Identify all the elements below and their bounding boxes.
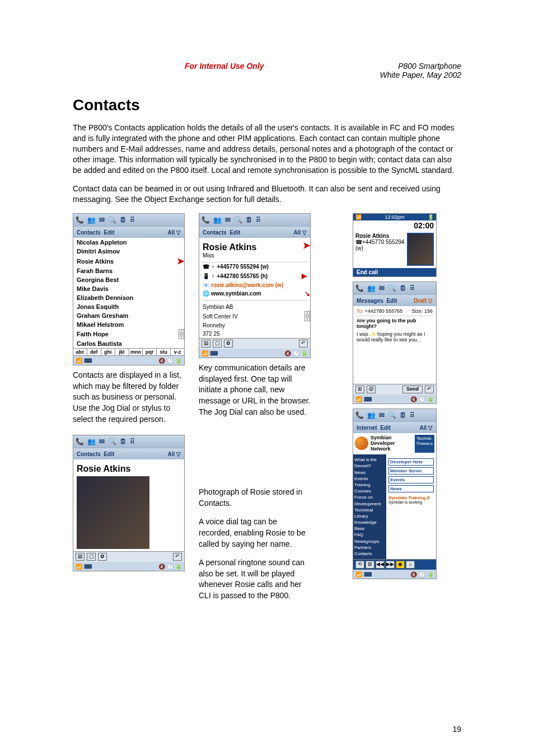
battery-icon: 🔋 bbox=[428, 214, 434, 220]
list-item[interactable]: Graham Gresham bbox=[73, 311, 184, 320]
caption-photo-2: A voice dial tag can be recorded, enabli… bbox=[199, 516, 311, 550]
web-link[interactable]: News bbox=[388, 485, 434, 492]
clock-label: 12:02pm bbox=[385, 214, 404, 220]
menu-messages[interactable]: Messages bbox=[357, 298, 383, 304]
view-list-icon[interactable]: ▤ bbox=[76, 553, 85, 561]
back-icon[interactable]: ↶ bbox=[299, 340, 308, 348]
screenshot-contact-detail: 📞👥✉🔍🗓⠿ Contacts Edit All ▽ Rosie Atkins … bbox=[199, 213, 311, 358]
back-icon[interactable]: ↶ bbox=[425, 386, 434, 393]
end-call-button[interactable]: End call bbox=[353, 268, 436, 276]
search-icon: 🔍 bbox=[108, 217, 116, 223]
phone-home[interactable]: 📱 ♀+442780 555765 (h) ▶ bbox=[199, 271, 310, 281]
msg-line: Are you going to the pub tonight? bbox=[357, 318, 433, 329]
web-link[interactable]: Events bbox=[388, 476, 434, 483]
menu-edit[interactable]: Edit bbox=[380, 425, 391, 431]
doc-subtitle: White Paper, May 2002 bbox=[380, 71, 461, 79]
filter-all[interactable]: All ▽ bbox=[419, 425, 433, 431]
note-icon[interactable]: ▢ bbox=[87, 553, 96, 561]
at-icon[interactable]: @ bbox=[367, 386, 376, 393]
web-status: Symbian is working bbox=[388, 500, 434, 504]
list-item[interactable]: Farah Barns bbox=[73, 266, 184, 275]
arrow-icon: ↘ bbox=[305, 290, 310, 298]
nav-back-icon[interactable]: ◀◀ bbox=[376, 561, 385, 569]
filter-all[interactable]: All ▽ bbox=[293, 229, 307, 236]
to-number: +442780 555765 bbox=[365, 308, 403, 314]
globe-icon bbox=[355, 436, 368, 450]
caption-photo-3: A personal ringtone sound can also be se… bbox=[199, 557, 311, 601]
page-number: 19 bbox=[452, 725, 461, 734]
phone-work[interactable]: ☎ ♀+445770 555294 (w) bbox=[199, 262, 310, 271]
contact-name: Rosie Atkins bbox=[199, 238, 303, 252]
contact-photo bbox=[77, 476, 149, 549]
nav-icon[interactable]: ⟲ bbox=[355, 561, 364, 569]
stop-icon[interactable]: ◉ bbox=[396, 561, 405, 569]
list-item[interactable]: Mikael Helstrom bbox=[73, 320, 184, 329]
note-icon[interactable]: ▢ bbox=[213, 340, 222, 348]
menu-edit[interactable]: Edit bbox=[229, 229, 240, 236]
mail-icon: ✉ bbox=[99, 217, 105, 223]
address-line: 372 25 bbox=[199, 330, 310, 338]
filter-all[interactable]: All ▽ bbox=[167, 229, 181, 236]
list-item[interactable]: Elizabeth Dennison bbox=[73, 293, 184, 302]
menu-edit[interactable]: Edit bbox=[104, 451, 114, 457]
list-item[interactable]: Dimitri Asimov bbox=[73, 247, 184, 256]
back-icon[interactable]: ↶ bbox=[173, 553, 182, 561]
apps-icon: ⠿ bbox=[130, 217, 135, 223]
list-item[interactable]: Rosie Atkins bbox=[73, 257, 177, 266]
image-icon[interactable]: ✿ bbox=[98, 553, 107, 561]
list-item[interactable]: Mike Davis bbox=[73, 284, 184, 293]
honorific: Miss bbox=[199, 252, 310, 262]
web-link[interactable]: Symbian Training E bbox=[388, 495, 434, 500]
list-item[interactable]: Jonas Esquith bbox=[73, 302, 184, 311]
screenshot-browser: 📞👥✉🔍🗓⠿ Internet Edit All ▽ Symbian Devel… bbox=[353, 408, 437, 579]
menu-contacts[interactable]: Contacts bbox=[77, 451, 101, 457]
screenshot-call: 📶 12:02pm 🔋 02:00 Rosie Atkins ☎+445770 … bbox=[353, 213, 437, 277]
call-name: Rosie Atkins bbox=[355, 233, 407, 239]
call-photo bbox=[407, 233, 434, 266]
image-icon[interactable]: ✿ bbox=[224, 340, 233, 348]
menu-internet[interactable]: Internet bbox=[357, 425, 377, 431]
intro-paragraph-1: The P800's Contacts application holds th… bbox=[73, 123, 461, 175]
alpha-filter[interactable]: abcdefghijklmnopqrstuv-z bbox=[73, 348, 184, 356]
home-icon[interactable]: ⌂ bbox=[406, 561, 415, 569]
arrow-icon: ➤ bbox=[303, 240, 310, 251]
list-item[interactable]: Faith Hope bbox=[73, 330, 179, 339]
list-item[interactable]: Nicolas Appleton bbox=[73, 238, 184, 247]
calendar-icon: 🗓 bbox=[120, 217, 127, 223]
address-line: Ronneby bbox=[199, 321, 310, 330]
menu-contacts[interactable]: Contacts bbox=[77, 229, 101, 236]
scroll-handle[interactable]: △▽ bbox=[305, 311, 310, 321]
list-item[interactable]: Carlos Bautista bbox=[73, 339, 184, 348]
caption-list: Contacts are displayed in a list, which … bbox=[73, 370, 185, 425]
call-number: ☎+445770 555294 (w) bbox=[355, 239, 407, 251]
msg-size: Size: 156 bbox=[411, 308, 433, 314]
internal-use-label: For Internal Use Only bbox=[73, 62, 264, 79]
view-list-icon[interactable]: ▤ bbox=[202, 340, 210, 348]
caption-photo-1: Photograph of Rosie stored in Contacts. bbox=[199, 487, 311, 509]
product-name: P800 Smartphone bbox=[380, 62, 461, 71]
menu-edit[interactable]: Edit bbox=[386, 298, 397, 304]
web-sidebar[interactable]: What is the Devnet?NewsEvents Training C… bbox=[353, 454, 386, 559]
email-work[interactable]: 📧rosie.atkins@work.com (w) bbox=[199, 281, 310, 289]
contact-name: Rosie Atkins bbox=[73, 459, 184, 474]
send-button[interactable]: Send bbox=[402, 386, 423, 393]
layout-icon[interactable]: ⊞ bbox=[355, 386, 364, 393]
web-link[interactable]: Developer Netv bbox=[388, 458, 434, 466]
screenshot-message: 📞👥✉🔍🗓⠿ Messages Edit Draft ▽ To: +442780… bbox=[353, 281, 437, 404]
scroll-handle[interactable]: △▽ bbox=[179, 329, 184, 339]
nav-icon[interactable]: ⊞ bbox=[366, 561, 374, 569]
page-title: Contacts bbox=[73, 96, 461, 114]
menu-edit[interactable]: Edit bbox=[104, 229, 114, 236]
phone-icon: 📞 bbox=[76, 217, 84, 223]
msg-line: I was ✨ hoping you might as I would real… bbox=[357, 331, 433, 342]
web-link[interactable]: Member Servic bbox=[388, 467, 434, 475]
to-label: To: bbox=[357, 308, 363, 314]
nav-fwd-icon[interactable]: ▶▶ bbox=[386, 561, 395, 569]
address-line: Symbian AB bbox=[199, 303, 310, 311]
list-item[interactable]: Georgina Best bbox=[73, 275, 184, 284]
url[interactable]: 🌐www.symbian.com bbox=[199, 289, 305, 298]
filter-draft[interactable]: Draft ▽ bbox=[414, 298, 433, 304]
filter-all[interactable]: All ▽ bbox=[167, 451, 181, 457]
signal-icon: 📶 bbox=[355, 214, 362, 220]
menu-contacts[interactable]: Contacts bbox=[203, 229, 227, 236]
